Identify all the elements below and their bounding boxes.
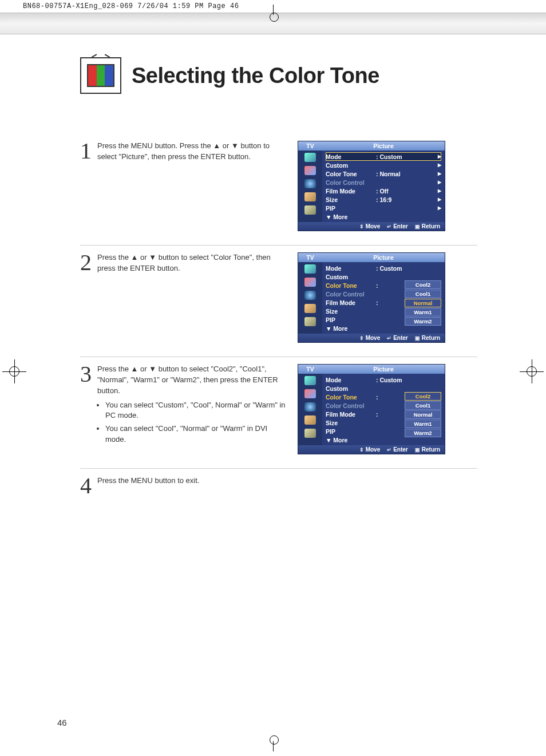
sidebar-icon [304, 153, 316, 162]
updown-icon: ⇕ [359, 447, 364, 453]
osd-screenshot-3: TV Picture Mode: Custom Custom Color Ton… [298, 364, 445, 454]
step-4: 4 Press the MENU button to exit. [80, 469, 477, 510]
return-icon: ▣ [415, 335, 420, 341]
osd-sidebar [298, 374, 322, 445]
option-warm2: Warm2 [405, 317, 441, 326]
osd-title: Picture [322, 366, 445, 373]
updown-icon: ⇕ [359, 335, 364, 341]
step-2: 2 Press the ▲ or ▼ button to select "Col… [80, 246, 477, 357]
enter-icon: ↵ [387, 224, 391, 229]
option-cool1: Cool1 [405, 290, 441, 298]
step-number: 4 [80, 476, 94, 496]
osd-tv-label: TV [298, 143, 322, 149]
sidebar-icon [304, 304, 316, 313]
option-cool2: Cool2 [405, 280, 441, 289]
sidebar-icon [304, 291, 316, 300]
enter-icon: ↵ [387, 447, 391, 453]
page-title: Selecting the Color Tone [132, 64, 379, 88]
crop-mark-top [273, 5, 274, 15]
osd-row-colortone: Color Tone: Normal▶ [326, 169, 441, 178]
sidebar-icon [304, 166, 316, 175]
crop-mark-right [523, 363, 540, 380]
option-warm1: Warm1 [405, 419, 441, 428]
page-number: 46 [57, 718, 67, 727]
osd-tv-label: TV [298, 366, 322, 373]
osd-row-colorcontrol: Color Control▶ [326, 178, 441, 187]
step-number: 1 [80, 141, 94, 161]
option-warm2: Warm2 [405, 429, 441, 437]
osd-row-pip: PIP▶ [326, 204, 441, 212]
step-1: 1 Press the MENU button. Press the ▲ or … [80, 134, 477, 246]
sidebar-icon [304, 429, 316, 438]
sidebar-icon [304, 389, 316, 398]
enter-icon: ↵ [387, 335, 391, 341]
osd-row-more: ▼ More [326, 212, 441, 221]
step-number: 2 [80, 252, 94, 273]
osd-row-mode: Mode: Custom [326, 264, 441, 272]
sidebar-icon [304, 376, 316, 385]
sidebar-icon [304, 317, 316, 326]
step-text: Press the ▲ or ▼ button to select "Cool2… [97, 364, 286, 448]
return-icon: ▣ [415, 224, 420, 229]
sidebar-icon [304, 264, 316, 274]
sidebar-icon [304, 192, 316, 201]
crop-mark-bottom [273, 741, 274, 751]
crop-mark-left [6, 363, 23, 380]
bullet: You can select "Custom", "Cool", Normal"… [105, 400, 286, 422]
osd-title: Picture [322, 143, 445, 149]
option-cool1: Cool1 [405, 401, 441, 410]
osd-row-mode: Mode: Custom [326, 375, 441, 384]
osd-footer: ⇕Move ↵Enter ▣Return [298, 222, 445, 231]
sidebar-icon [304, 205, 316, 215]
osd-title: Picture [322, 254, 445, 261]
sidebar-icon [304, 179, 316, 188]
step-text: Press the MENU button. Press the ▲ or ▼ … [97, 141, 286, 163]
step-text: Press the MENU button to exit. [97, 476, 199, 486]
option-warm1: Warm1 [405, 308, 441, 316]
osd-sidebar [298, 262, 322, 334]
return-icon: ▣ [415, 447, 420, 453]
osd-sidebar [298, 151, 322, 222]
bullet: You can select "Cool", "Normal" or "Warm… [105, 423, 286, 445]
step-number: 3 [80, 364, 94, 385]
osd-row-custom: Custom▶ [326, 161, 441, 169]
sidebar-icon [304, 415, 316, 425]
osd-screenshot-1: TV Picture Mode: Custom▶ Custom▶ Color T… [298, 141, 445, 231]
sidebar-icon [304, 278, 316, 287]
osd-footer: ⇕Move ↵Enter ▣Return [298, 334, 445, 342]
sidebar-icon [304, 402, 316, 411]
osd-row-filmmode: Film Mode: Off▶ [326, 187, 441, 195]
osd-screenshot-2: TV Picture Mode: Custom Custom Color Ton… [298, 252, 445, 343]
option-cool2: Cool2 [405, 392, 441, 401]
osd-row-mode: Mode: Custom▶ [326, 152, 441, 161]
step-3: 3 Press the ▲ or ▼ button to select "Coo… [80, 357, 477, 469]
osd-tv-label: TV [298, 254, 322, 261]
updown-icon: ⇕ [359, 224, 364, 229]
osd-row-size: Size: 16:9▶ [326, 195, 441, 204]
step-text: Press the ▲ or ▼ button to select "Color… [97, 252, 286, 274]
option-normal: Normal [405, 299, 441, 307]
osd-row-custom: Custom [326, 384, 441, 393]
tv-color-icon [80, 57, 121, 94]
osd-footer: ⇕Move ↵Enter ▣Return [298, 445, 445, 454]
osd-row-custom: Custom [326, 272, 441, 281]
option-normal: Normal [405, 410, 441, 419]
